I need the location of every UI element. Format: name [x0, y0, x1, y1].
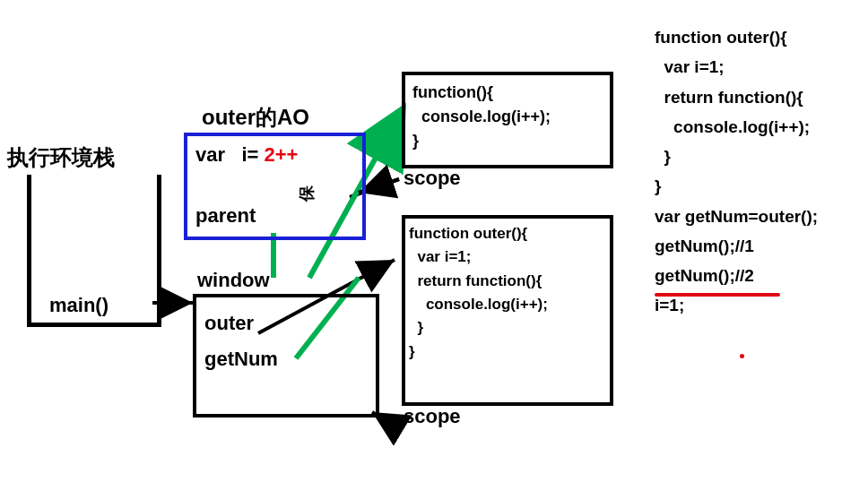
red-dot: [740, 354, 744, 358]
window-label: window: [197, 269, 270, 292]
outer-fn-scope: scope: [404, 405, 461, 428]
inner-fn-code: function(){ console.log(i++); }: [412, 81, 551, 153]
ao-var-value: 2++: [264, 143, 298, 166]
ao-var-name: i=: [241, 143, 258, 166]
stack-frame-main: main(): [49, 294, 108, 317]
red-underline: [655, 293, 780, 297]
window-getnum: getNum: [204, 348, 278, 371]
stack-title: 执行环境栈: [7, 143, 115, 172]
window-outer: outer: [204, 312, 254, 335]
ao-parent: parent: [195, 204, 256, 228]
ao-hold-note: 保: [296, 185, 317, 202]
diagram-stage: 执行环境栈 main() outer的AO var i= 2++ 保 paren…: [0, 0, 868, 482]
outer-fn-code: function outer(){ var i=1; return functi…: [409, 222, 548, 364]
ao-var-row: var i= 2++: [195, 143, 298, 167]
inner-fn-scope: scope: [404, 167, 461, 190]
ao-title: outer的AO: [202, 103, 309, 132]
ao-var-label: var: [195, 143, 225, 166]
source-code: function outer(){ var i=1; return functi…: [655, 22, 818, 321]
